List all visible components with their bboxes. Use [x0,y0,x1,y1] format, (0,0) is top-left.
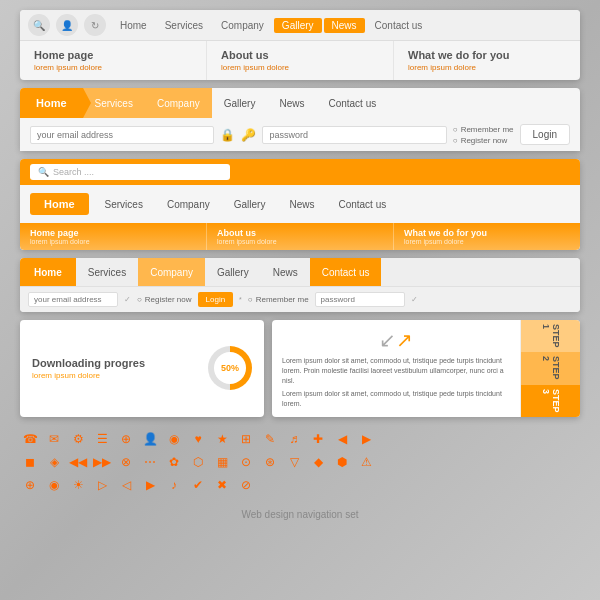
dropdown-about-title: About us [217,228,383,238]
nav1-home-title: Home page [34,49,192,61]
phone-icon[interactable]: ☎ [20,429,40,449]
navbar-4-form: ✓ ○Register now Login * ○Remember me ✓ [20,286,580,312]
nav1-about-sub: lorem ipsum dolore [221,63,379,72]
nav4-remember-radio: ○Remember me [248,295,309,304]
email-icon[interactable]: ✉ [44,429,64,449]
nav2-news[interactable]: News [267,88,316,118]
progress-title: Downloading progres [32,357,145,369]
navbar-1-content: Home page lorem ipsum dolore About us lo… [20,41,580,80]
warning-icon[interactable]: ⚠ [356,452,376,472]
globe-icon[interactable]: ⊕ [116,429,136,449]
nav1-tab-contact[interactable]: Contact us [367,18,431,33]
person-icon[interactable]: 👤 [140,429,160,449]
arrow-right-icon: ↗ [396,328,413,352]
nav4-contact[interactable]: Contact us [310,258,382,286]
steps-content: ↙ ↗ Lorem ipsum dolor sit amet, commodo … [272,320,520,417]
eye-icon[interactable]: ◉ [44,475,64,495]
nav3-company[interactable]: Company [155,194,222,215]
ban-icon[interactable]: ⊘ [236,475,256,495]
nav2-gallery[interactable]: Gallery [212,88,268,118]
repeat-icon[interactable]: ⋯ [140,452,160,472]
step-3-bar: STEP 3 [520,385,580,417]
navbar-4: Home Services Company Gallery News Conta… [20,258,580,312]
step-2-bar: STEP 2 [520,352,580,384]
video-icon[interactable]: ▶ [140,475,160,495]
left-icon[interactable]: ◁ [116,475,136,495]
search-input-bar[interactable]: 🔍 Search .... [30,164,230,180]
icons-row-2: ◼ ◈ ◀◀ ▶▶ ⊗ ⋯ ✿ ⬡ ▦ ⊙ ⊛ ▽ ◆ ⬢ ⚠ [20,452,580,472]
tag-icon[interactable]: ▽ [284,452,304,472]
heart-icon[interactable]: ♥ [188,429,208,449]
music-icon[interactable]: ♬ [284,429,304,449]
nav2-login-button[interactable]: Login [520,124,570,145]
hex-icon[interactable]: ⬡ [188,452,208,472]
nav4-home[interactable]: Home [20,258,76,286]
location-icon[interactable]: ⊕ [20,475,40,495]
nav3-gallery[interactable]: Gallery [222,194,278,215]
nav4-password-input[interactable] [315,292,405,307]
flower-icon[interactable]: ✿ [164,452,184,472]
nav1-tab-company[interactable]: Company [213,18,272,33]
star-icon[interactable]: ★ [212,429,232,449]
dropdown-about-sub: lorem ipsum dolore [217,238,383,245]
nav2-email-input[interactable] [30,126,214,144]
sun-icon[interactable]: ☀ [68,475,88,495]
nav4-login-button[interactable]: Login [198,292,234,307]
lock2-icon: 🔑 [241,128,256,142]
nav4-register-radio: ○Register now [137,295,192,304]
skip-icon[interactable]: ◈ [44,452,64,472]
menu-icon[interactable]: ☰ [92,429,112,449]
speaker-icon[interactable]: ▶ [356,429,376,449]
nav3-services[interactable]: Services [93,194,155,215]
close-icon[interactable]: ✖ [212,475,232,495]
nav3-dropdown-about: About us lorem ipsum dolore [207,223,394,250]
monitor-icon[interactable]: ⊞ [236,429,256,449]
nav4-news[interactable]: News [261,258,310,286]
rss-icon[interactable]: ◉ [164,429,184,449]
grid-icon[interactable]: ⊛ [260,452,280,472]
nav3-dropdown-what: What we do for you lorem ipsum dolore [394,223,580,250]
audio-icon[interactable]: ♪ [164,475,184,495]
nav4-company[interactable]: Company [138,258,205,286]
nav1-section-about: About us lorem ipsum dolore [207,41,394,80]
right-icon[interactable]: ▷ [92,475,112,495]
footer-label: Web design navigation set [20,509,580,520]
nav2-contact[interactable]: Contact us [316,88,388,118]
navbar-1-tabs: Home Services Company Gallery News Conta… [112,18,572,33]
settings-icon[interactable]: ⚙ [68,429,88,449]
nav1-tab-services[interactable]: Services [157,18,211,33]
pause-icon[interactable]: ◼ [20,452,40,472]
nav4-gallery[interactable]: Gallery [205,258,261,286]
prev-icon[interactable]: ◀◀ [68,452,88,472]
volume-icon[interactable]: ◀ [332,429,352,449]
steps-arrows: ↙ ↗ [282,328,510,352]
progress-circle: 50% [208,346,252,390]
bottom-row: Downloading progres lorem ipsum dolore 5… [20,320,580,417]
calendar-icon[interactable]: ▦ [212,452,232,472]
nav1-tab-news[interactable]: News [324,18,365,33]
plus-icon[interactable]: ✚ [308,429,328,449]
icons-row-3: ⊕ ◉ ☀ ▷ ◁ ▶ ♪ ✔ ✖ ⊘ [20,475,580,495]
nav2-password-input[interactable] [262,126,446,144]
nav3-home[interactable]: Home [30,193,89,215]
next-icon[interactable]: ▶▶ [92,452,112,472]
nav3-news[interactable]: News [277,194,326,215]
pencil-icon[interactable]: ✎ [260,429,280,449]
film-icon[interactable]: ⬢ [332,452,352,472]
nav2-services[interactable]: Services [83,88,145,118]
camera-icon[interactable]: ⊙ [236,452,256,472]
nav1-home-sub: lorem ipsum dolore [34,63,192,72]
nav1-tab-home[interactable]: Home [112,18,155,33]
nav4-checkmark2: ✓ [411,295,418,304]
nav4-services[interactable]: Services [76,258,138,286]
nav2-home[interactable]: Home [20,88,83,118]
nav3-contact[interactable]: Contact us [326,194,398,215]
check-icon[interactable]: ✔ [188,475,208,495]
nav4-email-input[interactable] [28,292,118,307]
nav1-tab-gallery[interactable]: Gallery [274,18,322,33]
diamond-icon[interactable]: ◆ [308,452,328,472]
shuffle-icon[interactable]: ⊗ [116,452,136,472]
nav2-company[interactable]: Company [145,88,212,118]
navbar-2-form: 🔒 🔑 ○ Remember me ○ Register now Login [20,118,580,151]
dropdown-what-sub: lorem ipsum dolore [404,238,570,245]
